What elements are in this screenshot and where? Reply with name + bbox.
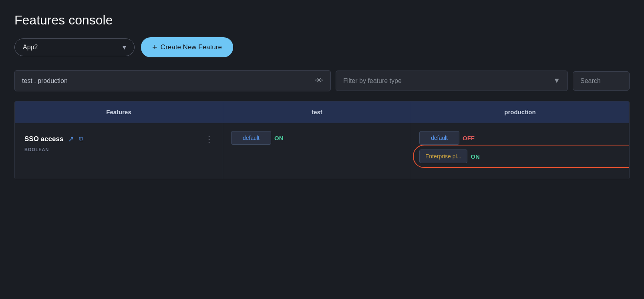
plus-icon: + bbox=[152, 42, 157, 53]
feature-type-placeholder: Filter by feature type bbox=[343, 77, 402, 85]
funnel-icon: ▼ bbox=[553, 77, 560, 85]
production-default-row: default OFF bbox=[419, 131, 621, 145]
table-header: Features test production bbox=[15, 101, 629, 123]
more-menu-icon[interactable]: ⋮ bbox=[205, 134, 213, 144]
feature-name: SSO access bbox=[24, 135, 63, 143]
table-row: SSO access ↗ ⧉ ⋮ BOOLEAN default ON defa… bbox=[15, 123, 629, 179]
search-input[interactable]: Search bbox=[573, 71, 630, 91]
features-table: Features test production SSO access ↗ ⧉ … bbox=[14, 101, 630, 179]
copy-icon[interactable]: ⧉ bbox=[79, 135, 83, 143]
production-enterprise-row: Enterprise pl... ON bbox=[419, 150, 621, 163]
production-default-tag[interactable]: default bbox=[419, 131, 459, 145]
search-placeholder: Search bbox=[580, 77, 601, 85]
test-default-row: default ON bbox=[231, 131, 403, 145]
filters-row: test , production 👁 Filter by feature ty… bbox=[14, 70, 630, 101]
page-title: Features console bbox=[14, 13, 630, 28]
chevron-down-icon: ▾ bbox=[123, 43, 126, 52]
eye-icon[interactable]: 👁 bbox=[315, 76, 323, 85]
external-link-icon[interactable]: ↗ bbox=[68, 135, 74, 143]
test-env-cell: default ON bbox=[223, 123, 411, 179]
create-button-label: Create New Feature bbox=[161, 43, 222, 51]
app-selector-value: App2 bbox=[23, 44, 38, 51]
app-selector[interactable]: App2 ▾ bbox=[14, 38, 135, 56]
production-enterprise-status: ON bbox=[471, 153, 480, 160]
environments-filter[interactable]: test , production 👁 bbox=[14, 70, 331, 91]
test-default-tag[interactable]: default bbox=[231, 131, 271, 145]
environments-value: test , production bbox=[22, 77, 68, 85]
feature-type-filter[interactable]: Filter by feature type ▼ bbox=[336, 71, 568, 91]
create-new-feature-button[interactable]: + Create New Feature bbox=[141, 37, 233, 57]
production-enterprise-tag[interactable]: Enterprise pl... bbox=[419, 150, 467, 163]
header-features: Features bbox=[15, 101, 223, 123]
feature-type-badge: BOOLEAN bbox=[24, 147, 213, 152]
feature-name-cell: SSO access ↗ ⧉ ⋮ BOOLEAN bbox=[15, 123, 223, 179]
header-production: production bbox=[411, 101, 629, 123]
test-default-status: ON bbox=[274, 135, 284, 141]
production-env-cell: default OFF Enterprise pl... ON bbox=[411, 123, 629, 179]
production-default-status: OFF bbox=[463, 135, 475, 141]
toolbar: App2 ▾ + Create New Feature bbox=[14, 37, 630, 57]
header-test: test bbox=[223, 101, 411, 123]
